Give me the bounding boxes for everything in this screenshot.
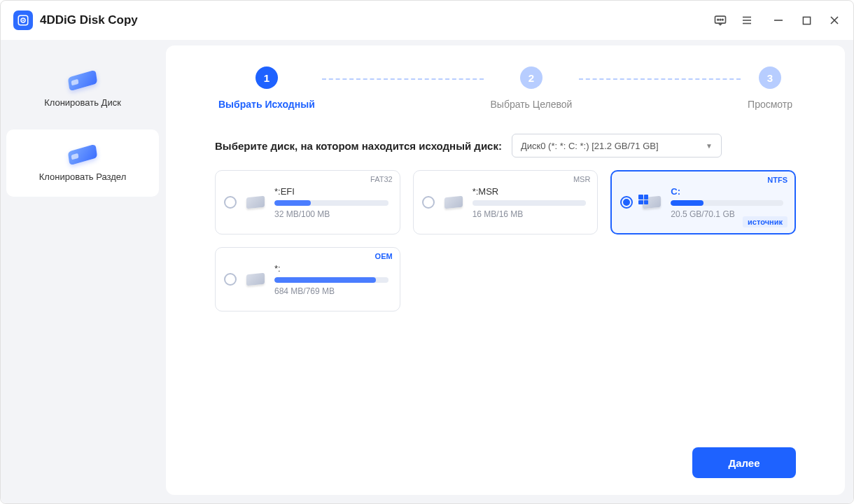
radio[interactable] [422,196,435,209]
step-label: Выбрать Исходный [218,99,315,110]
svg-point-2 [22,20,24,21]
svg-point-6 [722,19,724,20]
partition-grid: *:EFI 32 MB/100 MB FAT32 *:MSR 16 MB/16 … [215,170,796,312]
mini-disk-icon [641,195,662,209]
partition-name: C: [671,186,783,197]
partition-size: 16 MB/16 MB [472,209,587,219]
app-title: 4DDiG Disk Copy [40,13,138,27]
partition-body: *: 684 MB/769 MB [274,263,388,296]
partition-card-msr[interactable]: *:MSR 16 MB/16 MB MSR [413,170,598,234]
usage-bar [472,200,587,206]
next-button[interactable]: Далее [692,447,796,478]
app-logo [13,10,33,30]
radio[interactable] [224,196,237,209]
partition-body: C: 20.5 GB/70.1 GB [671,186,783,219]
step-circle: 3 [759,66,781,89]
logo-icon [17,14,29,27]
mini-disk-icon [443,195,464,209]
svg-point-5 [720,19,721,20]
partition-name: *:EFI [274,186,388,197]
body-area: Клонировать Диск Клонировать Раздел 1 Вы… [1,40,853,503]
stepper: 1 Выбрать Исходный 2 Выбрать Целевой 3 П… [218,66,792,110]
sidebar-item-label: Клонировать Раздел [39,172,126,182]
mini-disk-icon [245,272,266,286]
prompt-label: Выберите диск, на котором находится исхо… [215,140,502,152]
partition-size: 684 MB/769 MB [274,286,388,296]
partition-name: *:MSR [472,186,587,197]
titlebar-left: 4DDiG Disk Copy [13,10,138,30]
step-2: 2 Выбрать Целевой [491,66,573,110]
sidebar-item-clone-partition[interactable]: Клонировать Раздел [6,130,159,197]
partition-body: *:EFI 32 MB/100 MB [274,186,388,219]
partition-icon [66,145,99,164]
titlebar-right [713,13,841,27]
footer: Далее [215,433,796,478]
fs-badge: NTFS [767,176,788,184]
close-button[interactable] [828,14,841,27]
step-line [579,78,741,80]
usage-bar [671,200,783,206]
disk-icon [66,71,99,90]
mini-disk-icon [245,195,266,209]
menu-icon[interactable] [740,13,754,27]
minimize-button[interactable] [772,14,785,27]
partition-name: *: [274,263,388,274]
step-3: 3 Просмотр [748,66,792,110]
sidebar-item-clone-disk[interactable]: Клонировать Диск [6,55,159,122]
partition-body: *:MSR 16 MB/16 MB [472,186,587,219]
partition-card-efi[interactable]: *:EFI 32 MB/100 MB FAT32 [215,170,400,234]
disk-select-value: Диск0 (*: *: C: *:) [21.2 GB/71 GB] [521,141,659,151]
windows-icon [638,195,648,204]
titlebar: 4DDiG Disk Copy [1,1,853,40]
maximize-button[interactable] [800,14,813,27]
prompt-row: Выберите диск, на котором находится исхо… [215,134,796,158]
fs-badge: OEM [375,252,393,260]
usage-bar [274,200,388,206]
step-1: 1 Выбрать Исходный [218,66,315,110]
chat-icon[interactable] [713,13,727,27]
usage-bar [274,277,388,283]
radio[interactable] [224,273,237,286]
main-panel: 1 Выбрать Исходный 2 Выбрать Целевой 3 П… [166,46,845,495]
chevron-down-icon: ▼ [706,142,713,150]
partition-size: 32 MB/100 MB [274,209,388,219]
disk-select[interactable]: Диск0 (*: *: C: *:) [21.2 GB/71 GB] ▼ [512,134,722,158]
radio[interactable] [620,196,633,209]
svg-point-4 [718,19,719,20]
partition-card-c[interactable]: C: 20.5 GB/70.1 GB NTFS источник [610,170,796,234]
app-window: 4DDiG Disk Copy [0,0,854,504]
step-line [322,78,484,80]
source-badge: источник [743,216,788,227]
fs-badge: FAT32 [370,175,393,183]
step-label: Выбрать Целевой [491,99,573,110]
partition-card-oem[interactable]: *: 684 MB/769 MB OEM [215,247,400,312]
sidebar-item-label: Клонировать Диск [44,97,121,108]
sidebar: Клонировать Диск Клонировать Раздел [6,46,159,495]
fs-badge: MSR [573,175,590,183]
step-circle: 2 [520,66,542,89]
step-label: Просмотр [748,99,792,110]
window-controls [772,14,841,27]
svg-rect-11 [803,17,810,24]
step-circle: 1 [255,66,278,89]
